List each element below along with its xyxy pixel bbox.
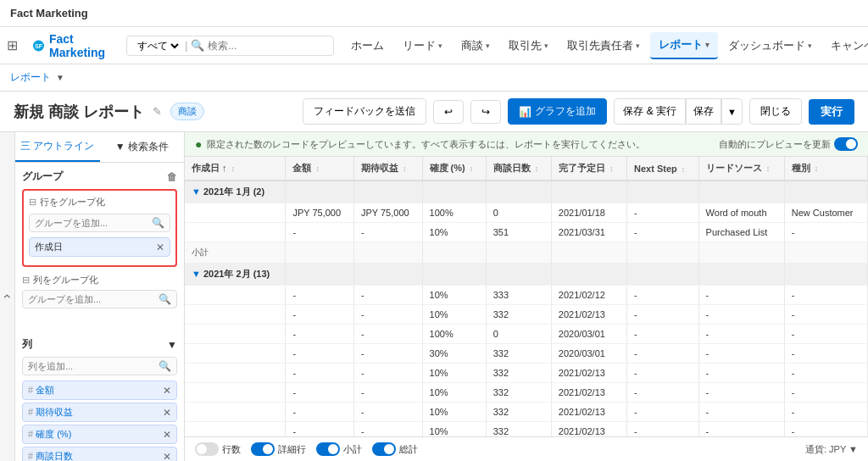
toggle-subtotal: 小計 xyxy=(316,442,362,456)
total-toggle[interactable] xyxy=(372,442,396,456)
subtotal-toggle[interactable] xyxy=(316,442,340,456)
undo-button[interactable]: ↩ xyxy=(433,100,464,124)
th-expected[interactable]: 期待収益 ↕ xyxy=(353,157,422,181)
remove-col-expected-icon[interactable]: ✕ xyxy=(163,407,171,419)
row-count-toggle[interactable] xyxy=(195,442,219,456)
add-col-group-search[interactable]: 🔍 xyxy=(22,290,177,308)
th-type[interactable]: 種別 ↕ xyxy=(784,157,867,181)
columns-dropdown-icon[interactable]: ▼ xyxy=(167,339,177,351)
sort-icon: ↕ xyxy=(609,164,614,173)
nav-item-accounts[interactable]: 取引先 ▾ xyxy=(500,33,557,58)
col-group-label: ⊟ 列をグループ化 xyxy=(22,274,177,286)
nav-item-campaigns[interactable]: キャンペーン ▾ xyxy=(822,33,868,58)
delete-group-icon[interactable]: 🗑 xyxy=(167,171,177,183)
sidebar-tabs: 三 アウトライン ▼ 検索条件 xyxy=(15,132,184,163)
tab-outline[interactable]: 三 アウトライン xyxy=(15,132,100,162)
group-section-title: グループ 🗑 xyxy=(22,169,177,184)
th-amount[interactable]: 金額 ↕ xyxy=(286,157,354,181)
th-close-date[interactable]: 完了予定日 ↕ xyxy=(551,157,626,181)
info-bar: ● 限定された数のレコードをプレビューしています。すべて表示するには、レポートを… xyxy=(185,132,868,157)
remove-col-prob-icon[interactable]: ✕ xyxy=(163,429,171,441)
col-chip-days: #商談日数 ✕ xyxy=(22,447,177,461)
search-input[interactable] xyxy=(208,40,326,52)
nav-grid-icon[interactable]: ⊞ xyxy=(7,37,18,53)
chevron-down-icon: ▾ xyxy=(636,42,640,50)
remove-col-amount-icon[interactable]: ✕ xyxy=(163,385,171,397)
remove-group-chip-icon[interactable]: ✕ xyxy=(156,242,164,253)
add-column-input[interactable] xyxy=(28,361,155,371)
close-button[interactable]: 閉じる xyxy=(749,98,802,125)
th-days[interactable]: 商談日数 ↕ xyxy=(486,157,551,181)
sort-icon: ↕ xyxy=(682,165,686,174)
sidebar-toggle-button[interactable]: ‹ xyxy=(0,132,15,461)
nav-item-reports[interactable]: レポート ▾ xyxy=(650,32,718,59)
add-graph-button[interactable]: 📊 グラフを追加 xyxy=(508,98,607,125)
table-row: --10%3322021/02/13--- xyxy=(185,305,868,325)
search-icon: 🔍 xyxy=(152,217,164,229)
remove-col-days-icon[interactable]: ✕ xyxy=(163,451,171,462)
detail-row-toggle[interactable] xyxy=(251,442,275,456)
search-scope-select[interactable]: すべて xyxy=(134,39,181,53)
table-row: ▼ 2021年 1月 (2) xyxy=(185,181,868,203)
table-row: JPY 75,000JPY 75,000100%02021/01/18-Word… xyxy=(185,203,868,223)
sort-icon: ↕ xyxy=(315,164,320,173)
nav-item-deals[interactable]: 商談 ▾ xyxy=(453,33,498,58)
row-icon: ⊟ xyxy=(29,197,36,208)
sidebar: 三 アウトライン ▼ 検索条件 グループ 🗑 ⊟ 行をグループ化 xyxy=(15,132,185,461)
nav-logo[interactable]: SF Fact Marketing xyxy=(25,32,118,59)
redo-button[interactable]: ↪ xyxy=(470,100,501,124)
group-section: グループ 🗑 ⊟ 行をグループ化 🔍 作成日 ✕ xyxy=(15,163,184,320)
sort-icon: ↕ xyxy=(766,164,771,173)
breadcrumb-bar: レポート ▼ xyxy=(0,64,868,92)
table-wrapper[interactable]: 作成日 ↑ ↕ 金額 ↕ 期待収益 ↕ 確度 (%) ↕ 商談日数 ↕ 完了予定… xyxy=(185,157,868,436)
nav-item-dashboard[interactable]: ダッシュボード ▾ xyxy=(720,33,821,58)
col-chip-expected: #期待収益 ✕ xyxy=(22,403,177,422)
edit-title-icon[interactable]: ✎ xyxy=(153,105,162,118)
table-row: --100%02020/03/01--- xyxy=(185,325,868,344)
report-type-badge[interactable]: 商談 xyxy=(170,103,204,120)
search-icon-col2: 🔍 xyxy=(159,360,171,372)
th-prob[interactable]: 確度 (%) ↕ xyxy=(422,157,486,181)
auto-preview-toggle[interactable] xyxy=(834,137,858,151)
col-chip-amount: #金額 ✕ xyxy=(22,380,177,400)
sort-icon: ↕ xyxy=(470,164,474,173)
save-run-group: 保存 & 実行 保存 ▼ xyxy=(614,98,743,125)
nav-item-contacts[interactable]: 取引先責任者 ▾ xyxy=(559,33,648,58)
feedback-button[interactable]: フィードバックを送信 xyxy=(303,98,426,125)
th-lead-source[interactable]: リードソース ↕ xyxy=(698,157,784,181)
search-icon-col: 🔍 xyxy=(159,293,171,305)
breadcrumb-report-link[interactable]: レポート xyxy=(10,70,51,85)
table-row: ▼ 2021年 2月 (13) xyxy=(185,264,868,286)
th-next-step[interactable]: Next Step ↕ xyxy=(627,157,699,181)
save-button[interactable]: 保存 xyxy=(686,98,721,125)
run-button[interactable]: 実行 xyxy=(809,99,854,125)
graph-icon: 📊 xyxy=(519,106,531,118)
add-row-group-input[interactable] xyxy=(35,218,148,228)
breadcrumb-arrow[interactable]: ▼ xyxy=(56,73,64,82)
svg-text:SF: SF xyxy=(35,42,43,49)
sort-icon: ↕ xyxy=(403,164,407,173)
chevron-down-icon: ▾ xyxy=(808,42,812,50)
system-title: Fact Marketing xyxy=(10,7,88,19)
nav-item-home[interactable]: ホーム xyxy=(342,33,392,58)
tab-filter[interactable]: ▼ 検索条件 xyxy=(100,132,185,162)
col-chip-prob: #確度 (%) ✕ xyxy=(22,425,177,444)
nav-item-leads[interactable]: リード ▾ xyxy=(394,33,451,58)
table-row: --30%3322020/03/01--- xyxy=(185,344,868,364)
save-run-button[interactable]: 保存 & 実行 xyxy=(614,98,686,125)
sort-icon: ↕ xyxy=(815,164,819,173)
add-row-group-search[interactable]: 🔍 xyxy=(29,214,170,232)
save-dropdown-button[interactable]: ▼ xyxy=(721,98,743,125)
currency-note[interactable]: 通貨: JPY ▼ xyxy=(805,443,858,456)
toggle-total: 総計 xyxy=(372,442,418,456)
page-title: 新規 商談 レポート xyxy=(14,102,144,122)
toggle-row-count: 行数 xyxy=(195,442,241,456)
col-icon: ⊟ xyxy=(22,275,30,286)
columns-section-title: 列 ▼ xyxy=(22,337,177,352)
th-date[interactable]: 作成日 ↑ ↕ xyxy=(185,157,286,181)
table-row: --10%3322021/02/13--- xyxy=(185,383,868,403)
table-row: --10%3322021/02/13--- xyxy=(185,364,868,383)
add-col-group-input[interactable] xyxy=(28,294,155,304)
chevron-down-icon: ▾ xyxy=(486,42,490,50)
add-column-search[interactable]: 🔍 xyxy=(22,357,177,375)
